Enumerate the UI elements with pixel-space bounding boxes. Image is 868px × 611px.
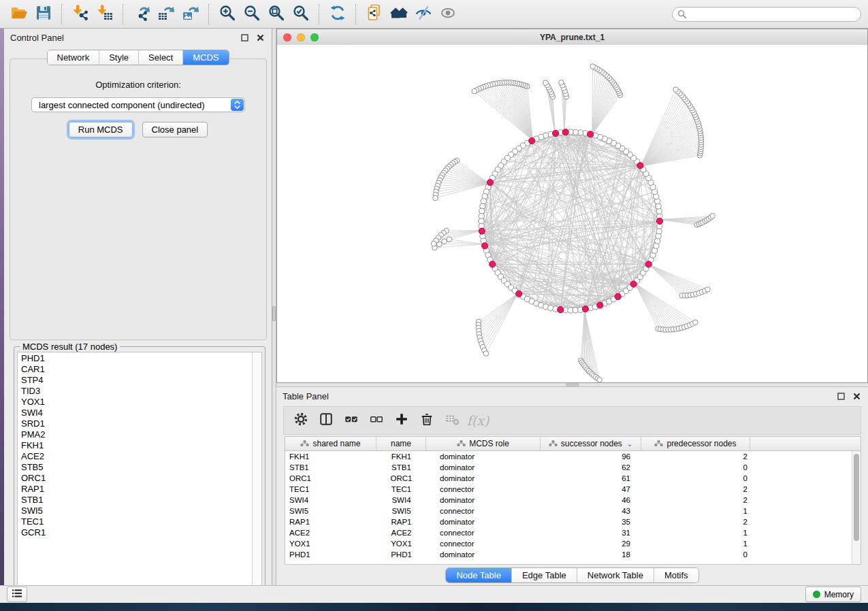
zoom-selected-button[interactable] (289, 3, 313, 26)
table-cell: 0 (641, 549, 750, 560)
column-header-successor-nodes[interactable]: successor nodes⌄ (541, 437, 641, 450)
column-header-MCDS-role[interactable]: MCDS role (426, 437, 541, 450)
columns-button[interactable] (316, 410, 336, 431)
houses-button[interactable] (387, 3, 411, 26)
table-cell: 96 (541, 451, 641, 462)
tab-style[interactable]: Style (99, 50, 138, 65)
table-scrollbar-thumb[interactable] (854, 454, 859, 541)
network-window-title: YPA_prune.txt_1 (277, 33, 867, 42)
close-panel-button[interactable]: Close panel (142, 122, 208, 137)
mcds-result-item[interactable]: PHD1 (18, 353, 261, 364)
table-row[interactable]: ACE2ACE2connector311 (285, 527, 861, 538)
network-window-titlebar[interactable]: YPA_prune.txt_1 (277, 29, 867, 46)
refresh-button[interactable] (325, 3, 350, 26)
tab-mcds[interactable]: MCDS (182, 50, 228, 65)
table-cell: 31 (541, 527, 641, 538)
search-input[interactable] (672, 7, 861, 22)
export-image-button[interactable] (178, 3, 203, 26)
zoom-in-button[interactable] (215, 3, 240, 26)
column-header-shared-name[interactable]: shared name (285, 437, 376, 450)
show-eye-button[interactable] (436, 3, 460, 26)
tab-network[interactable]: Network (47, 50, 99, 65)
table-row[interactable]: ORC1ORC1dominator610 (285, 473, 861, 484)
trash-button[interactable] (417, 410, 437, 431)
tab-edge-table[interactable]: Edge Table (511, 568, 577, 582)
table-row[interactable]: SWI5SWI5connector431 (285, 506, 861, 516)
table-cell: connector (426, 484, 541, 495)
export-table-button[interactable] (154, 3, 178, 26)
mcds-result-item[interactable]: CAR1 (18, 364, 261, 375)
float-table-panel-icon[interactable] (835, 391, 846, 401)
mcds-result-item[interactable]: STB5 (18, 462, 261, 473)
table-row[interactable]: RAP1RAP1dominator352 (285, 516, 861, 527)
mcds-result-item[interactable]: TEC1 (18, 516, 261, 527)
vertical-splitter-handle[interactable] (272, 306, 276, 321)
tab-node-table[interactable]: Node Table (446, 568, 511, 582)
close-panel-icon[interactable] (255, 32, 266, 43)
zoom-window-light[interactable] (310, 33, 319, 42)
toolbar-separator (319, 4, 320, 24)
table-cell: dominator (426, 495, 541, 506)
table-scrollbar[interactable] (852, 451, 861, 564)
mcds-result-item[interactable]: TID3 (18, 386, 261, 397)
close-table-panel-icon[interactable] (851, 391, 862, 401)
mcds-result-list[interactable]: PHD1CAR1STP4TID3YOX1SWI4SRD1PMA2FKH1ACE2… (17, 352, 262, 595)
table-row[interactable]: TEC1TEC1connector472 (285, 484, 861, 495)
mcds-result-item[interactable]: FKH1 (18, 440, 261, 451)
columns-icon (319, 412, 334, 429)
mcds-result-item[interactable]: STP4 (18, 375, 261, 386)
mcds-result-item[interactable]: SRD1 (18, 418, 261, 429)
optimization-criterion-select[interactable]: largest connected component (undirected) (31, 97, 245, 112)
open-folder-icon (10, 4, 28, 24)
mcds-result-item[interactable]: GCR1 (18, 527, 261, 538)
mcds-result-item[interactable]: RAP1 (18, 484, 261, 495)
memory-button[interactable]: Memory (805, 587, 861, 602)
mcds-result-item[interactable]: ORC1 (18, 473, 261, 484)
import-network-button[interactable] (68, 3, 93, 26)
optimization-criterion-label: Optimization criterion: (10, 80, 266, 90)
mcds-result-item[interactable]: STB1 (18, 495, 261, 506)
tab-network-table[interactable]: Network Table (577, 568, 654, 582)
table-cell: 47 (541, 484, 641, 495)
run-mcds-button[interactable]: Run MCDS (69, 122, 133, 137)
table-cell: 43 (541, 506, 641, 516)
houses-icon (390, 4, 408, 24)
gear-button[interactable] (291, 410, 311, 431)
minimize-window-light[interactable] (297, 33, 305, 42)
mcds-result-item[interactable]: YOX1 (18, 397, 261, 408)
mcds-result-item[interactable]: SWI5 (18, 506, 261, 516)
column-header-name[interactable]: name (376, 437, 426, 450)
deselect-all-icon (369, 412, 384, 429)
tab-motifs[interactable]: Motifs (654, 568, 698, 582)
add-button[interactable] (391, 410, 412, 431)
zoom-fit-button[interactable] (264, 3, 289, 26)
zoom-selected-icon (292, 4, 310, 24)
table-row[interactable]: YOX1YOX1connector291 (285, 538, 861, 549)
float-panel-icon[interactable] (239, 32, 250, 43)
mcds-result-item[interactable]: ACE2 (18, 451, 261, 462)
mcds-result-item[interactable]: SWI4 (18, 408, 261, 418)
optimization-criterion-value: largest connected component (undirected) (39, 100, 205, 110)
save-button[interactable] (31, 3, 56, 26)
column-header-predecessor-nodes[interactable]: predecessor nodes (641, 437, 750, 450)
fx-icon: f(x) (466, 413, 489, 428)
table-row[interactable]: PHD1PHD1dominator180 (285, 549, 861, 560)
deselect-all-button[interactable] (366, 410, 387, 431)
select-all-button[interactable] (341, 410, 361, 431)
zoom-out-button[interactable] (240, 3, 264, 26)
network-file-button[interactable] (362, 3, 387, 26)
close-window-light[interactable] (283, 33, 291, 42)
task-history-button[interactable] (7, 587, 27, 602)
export-network-button[interactable] (129, 3, 154, 26)
table-panel-titlebar: Table Panel (276, 387, 868, 405)
mcds-list-scrollbar[interactable] (252, 352, 261, 595)
tab-select[interactable]: Select (138, 50, 182, 65)
mcds-result-item[interactable]: PMA2 (18, 429, 261, 440)
table-row[interactable]: FKH1FKH1dominator962 (285, 451, 861, 462)
network-canvas[interactable] (277, 45, 867, 382)
hide-eye-button[interactable] (411, 3, 436, 26)
table-row[interactable]: STB1STB1dominator620 (285, 462, 861, 473)
import-table-button[interactable] (93, 3, 117, 26)
table-row[interactable]: SWI4SWI4dominator462 (285, 495, 861, 506)
open-folder-button[interactable] (7, 3, 31, 26)
